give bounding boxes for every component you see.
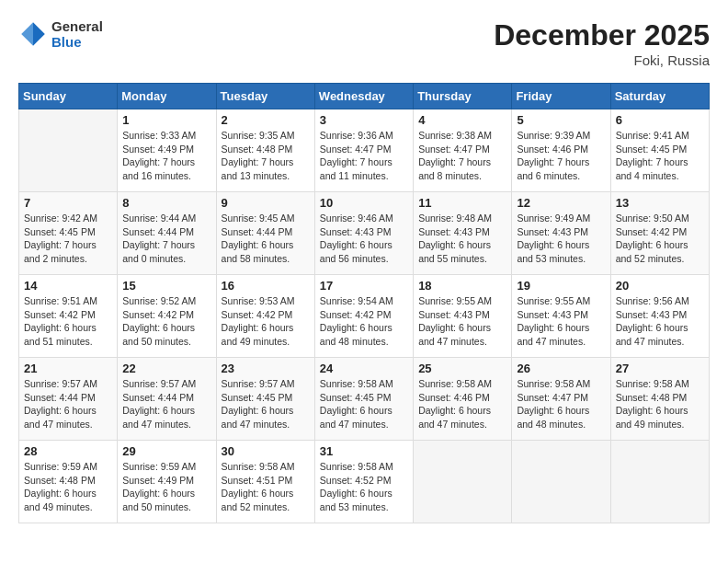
day-number: 15 — [122, 279, 210, 293]
day-info: Sunrise: 9:48 AM Sunset: 4:43 PM Dayligh… — [418, 212, 506, 266]
day-info: Sunrise: 9:59 AM Sunset: 4:48 PM Dayligh… — [24, 460, 112, 514]
day-number: 21 — [24, 362, 112, 375]
calendar-cell: 11Sunrise: 9:48 AM Sunset: 4:43 PM Dayli… — [414, 192, 512, 275]
svg-marker-1 — [21, 22, 33, 34]
day-number: 11 — [418, 196, 506, 210]
calendar-cell: 10Sunrise: 9:46 AM Sunset: 4:43 PM Dayli… — [314, 192, 413, 275]
day-number: 27 — [616, 362, 704, 375]
calendar-cell: 25Sunrise: 9:58 AM Sunset: 4:46 PM Dayli… — [414, 358, 512, 441]
day-info: Sunrise: 9:57 AM Sunset: 4:44 PM Dayligh… — [24, 377, 112, 431]
day-info: Sunrise: 9:46 AM Sunset: 4:43 PM Dayligh… — [320, 212, 408, 266]
day-number: 1 — [122, 113, 210, 127]
month-title: December 2025 — [494, 18, 710, 52]
day-info: Sunrise: 9:39 AM Sunset: 4:46 PM Dayligh… — [517, 129, 605, 183]
calendar-cell — [512, 441, 610, 523]
calendar-cell: 9Sunrise: 9:45 AM Sunset: 4:44 PM Daylig… — [216, 192, 314, 275]
logo-general: General — [51, 18, 103, 34]
day-info: Sunrise: 9:58 AM Sunset: 4:48 PM Dayligh… — [616, 377, 704, 431]
day-info: Sunrise: 9:58 AM Sunset: 4:45 PM Dayligh… — [320, 377, 408, 431]
day-info: Sunrise: 9:35 AM Sunset: 4:48 PM Dayligh… — [222, 129, 310, 183]
day-info: Sunrise: 9:51 AM Sunset: 4:42 PM Dayligh… — [24, 294, 112, 349]
calendar-cell: 31Sunrise: 9:58 AM Sunset: 4:52 PM Dayli… — [314, 441, 413, 523]
calendar-cell: 13Sunrise: 9:50 AM Sunset: 4:42 PM Dayli… — [610, 192, 709, 275]
day-info: Sunrise: 9:57 AM Sunset: 4:45 PM Dayligh… — [222, 377, 310, 431]
weekday-header: Sunday — [19, 84, 118, 109]
day-number: 3 — [320, 113, 408, 127]
day-info: Sunrise: 9:58 AM Sunset: 4:46 PM Dayligh… — [418, 377, 506, 431]
calendar-cell: 12Sunrise: 9:49 AM Sunset: 4:43 PM Dayli… — [512, 192, 610, 275]
week-row: 1Sunrise: 9:33 AM Sunset: 4:49 PM Daylig… — [19, 109, 710, 192]
day-number: 20 — [616, 279, 704, 293]
week-row: 28Sunrise: 9:59 AM Sunset: 4:48 PM Dayli… — [19, 441, 710, 523]
day-info: Sunrise: 9:53 AM Sunset: 4:42 PM Dayligh… — [222, 294, 310, 349]
day-info: Sunrise: 9:36 AM Sunset: 4:47 PM Dayligh… — [320, 129, 408, 183]
calendar-cell: 19Sunrise: 9:55 AM Sunset: 4:43 PM Dayli… — [512, 275, 610, 358]
day-info: Sunrise: 9:56 AM Sunset: 4:43 PM Dayligh… — [616, 294, 704, 349]
day-info: Sunrise: 9:55 AM Sunset: 4:43 PM Dayligh… — [517, 294, 605, 349]
day-info: Sunrise: 9:58 AM Sunset: 4:52 PM Dayligh… — [320, 460, 408, 514]
day-number: 29 — [122, 444, 210, 458]
calendar-cell: 4Sunrise: 9:38 AM Sunset: 4:47 PM Daylig… — [414, 109, 512, 192]
calendar-cell: 16Sunrise: 9:53 AM Sunset: 4:42 PM Dayli… — [216, 275, 314, 358]
calendar-cell: 27Sunrise: 9:58 AM Sunset: 4:48 PM Dayli… — [610, 358, 709, 441]
day-number: 31 — [320, 444, 408, 458]
day-number: 28 — [24, 444, 112, 458]
location: Foki, Russia — [494, 52, 710, 68]
day-number: 17 — [320, 279, 408, 293]
calendar-cell: 21Sunrise: 9:57 AM Sunset: 4:44 PM Dayli… — [19, 358, 118, 441]
day-info: Sunrise: 9:52 AM Sunset: 4:42 PM Dayligh… — [122, 294, 210, 349]
day-info: Sunrise: 9:38 AM Sunset: 4:47 PM Dayligh… — [418, 129, 506, 183]
weekday-header-row: SundayMondayTuesdayWednesdayThursdayFrid… — [19, 84, 710, 109]
calendar-cell: 6Sunrise: 9:41 AM Sunset: 4:45 PM Daylig… — [610, 109, 709, 192]
calendar-cell: 1Sunrise: 9:33 AM Sunset: 4:49 PM Daylig… — [118, 109, 216, 192]
day-number: 23 — [222, 362, 310, 375]
calendar-cell: 30Sunrise: 9:58 AM Sunset: 4:51 PM Dayli… — [216, 441, 314, 523]
calendar-cell — [610, 441, 709, 523]
logo-blue: Blue — [51, 34, 103, 50]
day-info: Sunrise: 9:58 AM Sunset: 4:51 PM Dayligh… — [222, 460, 310, 514]
calendar-cell: 17Sunrise: 9:54 AM Sunset: 4:42 PM Dayli… — [314, 275, 413, 358]
calendar-cell: 8Sunrise: 9:44 AM Sunset: 4:44 PM Daylig… — [118, 192, 216, 275]
day-info: Sunrise: 9:54 AM Sunset: 4:42 PM Dayligh… — [320, 294, 408, 349]
day-number: 4 — [418, 113, 506, 127]
logo: General Blue — [18, 18, 103, 50]
day-info: Sunrise: 9:42 AM Sunset: 4:45 PM Dayligh… — [24, 212, 112, 266]
calendar-cell: 29Sunrise: 9:59 AM Sunset: 4:49 PM Dayli… — [118, 441, 216, 523]
day-number: 16 — [222, 279, 310, 293]
page-header: General Blue December 2025 Foki, Russia — [18, 18, 710, 68]
weekday-header: Monday — [118, 84, 216, 109]
day-number: 12 — [517, 196, 605, 210]
week-row: 14Sunrise: 9:51 AM Sunset: 4:42 PM Dayli… — [19, 275, 710, 358]
title-block: December 2025 Foki, Russia — [494, 18, 710, 68]
day-info: Sunrise: 9:57 AM Sunset: 4:44 PM Dayligh… — [122, 377, 210, 431]
day-number: 5 — [517, 113, 605, 127]
week-row: 7Sunrise: 9:42 AM Sunset: 4:45 PM Daylig… — [19, 192, 710, 275]
day-number: 25 — [418, 362, 506, 375]
day-info: Sunrise: 9:50 AM Sunset: 4:42 PM Dayligh… — [616, 212, 704, 266]
svg-marker-2 — [21, 34, 33, 46]
day-info: Sunrise: 9:45 AM Sunset: 4:44 PM Dayligh… — [222, 212, 310, 266]
day-info: Sunrise: 9:55 AM Sunset: 4:43 PM Dayligh… — [418, 294, 506, 349]
calendar-cell: 22Sunrise: 9:57 AM Sunset: 4:44 PM Dayli… — [118, 358, 216, 441]
weekday-header: Tuesday — [216, 84, 314, 109]
day-info: Sunrise: 9:58 AM Sunset: 4:47 PM Dayligh… — [517, 377, 605, 431]
weekday-header: Saturday — [610, 84, 709, 109]
day-number: 2 — [222, 113, 310, 127]
day-number: 7 — [24, 196, 112, 210]
calendar-cell: 28Sunrise: 9:59 AM Sunset: 4:48 PM Dayli… — [19, 441, 118, 523]
calendar-cell — [19, 109, 118, 192]
day-number: 8 — [122, 196, 210, 210]
day-number: 10 — [320, 196, 408, 210]
day-number: 24 — [320, 362, 408, 375]
calendar-cell: 2Sunrise: 9:35 AM Sunset: 4:48 PM Daylig… — [216, 109, 314, 192]
day-info: Sunrise: 9:59 AM Sunset: 4:49 PM Dayligh… — [122, 460, 210, 514]
day-info: Sunrise: 9:49 AM Sunset: 4:43 PM Dayligh… — [517, 212, 605, 266]
calendar-cell: 15Sunrise: 9:52 AM Sunset: 4:42 PM Dayli… — [118, 275, 216, 358]
logo-text: General Blue — [51, 18, 103, 50]
weekday-header: Wednesday — [314, 84, 413, 109]
calendar-cell: 18Sunrise: 9:55 AM Sunset: 4:43 PM Dayli… — [414, 275, 512, 358]
calendar-cell: 14Sunrise: 9:51 AM Sunset: 4:42 PM Dayli… — [19, 275, 118, 358]
logo-icon — [18, 19, 48, 49]
day-number: 9 — [222, 196, 310, 210]
day-number: 26 — [517, 362, 605, 375]
